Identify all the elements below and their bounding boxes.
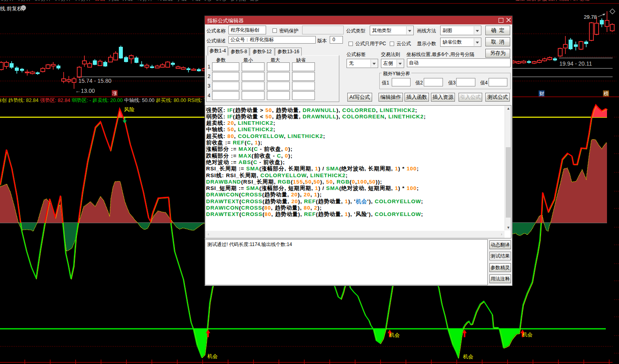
svg-text:机会: 机会 (389, 332, 400, 338)
svg-text:29.78: 29.78 (584, 14, 597, 20)
svg-text:涨: 涨 (112, 90, 117, 96)
svg-text:机会: 机会 (522, 332, 533, 338)
svg-text:19.94 - 20.11: 19.94 - 20.11 (559, 60, 592, 67)
svg-text:风险: 风险 (124, 106, 134, 112)
svg-text:15.74 - 15.80: 15.74 - 15.80 (78, 78, 112, 84)
svg-text:机会: 机会 (463, 354, 473, 360)
svg-text:财: 财 (539, 91, 544, 96)
svg-text:机会: 机会 (207, 353, 218, 359)
svg-text:←13.00: ←13.00 (75, 88, 95, 94)
svg-text:榜: 榜 (603, 91, 609, 96)
